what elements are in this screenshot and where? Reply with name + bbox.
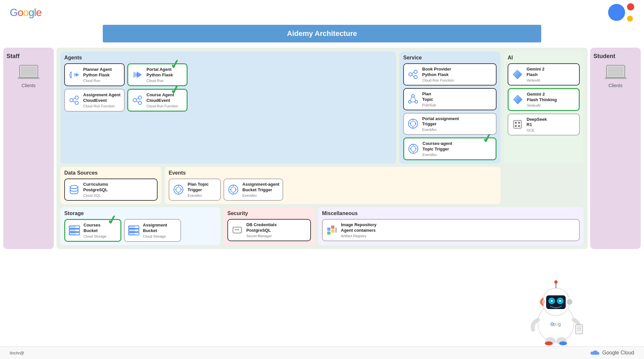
svg-point-94 — [567, 299, 572, 304]
db-credentials-icon: *** — [231, 224, 243, 236]
staff-label: Staff — [7, 53, 20, 60]
portal-trigger-icon — [407, 118, 419, 130]
robot-illustration: G o o g — [523, 274, 589, 346]
svg-point-12 — [133, 99, 136, 102]
svg-point-24 — [415, 101, 418, 103]
dot-blue — [608, 4, 625, 21]
svg-rect-74 — [327, 227, 330, 231]
plan-topic-trigger-subtitle: EventArc — [188, 194, 217, 197]
course-agent-card: ✓ Course AgentCloudEvent — [127, 89, 188, 112]
planner-agent-card: ⦉ Planner AgentPython Flask Cloud Run — [64, 63, 125, 86]
assignment-bucket-icon — [128, 225, 140, 236]
top-bar: Google — [0, 0, 644, 25]
gemini-thinking-card: Gemini 2Flash Thinking VertexAI — [508, 88, 580, 111]
storage-section: Storage ✓ — [60, 207, 220, 245]
plan-topic-card: PlanTopic Pub/Sub — [403, 88, 497, 110]
courses-bucket-icon — [69, 225, 80, 236]
courses-bucket-subtitle: Cloud Storage — [84, 234, 117, 238]
staff-clients-label: Clients — [22, 83, 36, 88]
svg-marker-40 — [513, 70, 522, 79]
row-2: Data Sources CurriculumsPostgreSQL — [60, 167, 584, 204]
security-cards: *** DB CredentialsPostgreSQL Secret Mana… — [227, 219, 311, 241]
bottom-bar: linchr@ Google Cloud — [0, 346, 644, 359]
svg-rect-77 — [327, 231, 330, 235]
student-laptop-icon — [604, 64, 627, 83]
events-title: Events — [169, 170, 497, 176]
gemini-flash-title: Gemini 2Flash — [527, 67, 576, 78]
svg-rect-44 — [518, 122, 520, 124]
assignment-bucket-card: AssignmentBucket Cloud Storage — [124, 219, 181, 242]
svg-marker-6 — [137, 71, 142, 78]
security-title: Security — [227, 211, 311, 216]
agents-section: Agents ⦉ Planner AgentPython Flask — [60, 52, 396, 164]
image-repo-subtitle: Artifact Registry — [341, 234, 576, 238]
svg-rect-71 — [129, 232, 135, 235]
student-panel: Student Clients — [590, 48, 641, 249]
gemini-flash-subtitle: VertexAI — [527, 78, 576, 82]
svg-point-87 — [551, 300, 553, 302]
svg-text:o: o — [556, 321, 558, 327]
courses-trigger-subtitle: EventArc — [422, 153, 492, 157]
cloud-icon — [590, 349, 600, 356]
ai-cards: Gemini 2Flash VertexAI — [508, 63, 580, 135]
svg-rect-42 — [514, 120, 521, 128]
svg-point-7 — [70, 99, 73, 102]
title-bar: Aidemy Architecture — [103, 25, 541, 42]
courses-bucket-card: ✓ CoursesBucket — [64, 219, 121, 242]
service-cards: Book ProviderPython Flask Cloud Run Func… — [403, 63, 497, 160]
svg-point-9 — [75, 101, 78, 104]
svg-rect-69 — [129, 229, 135, 232]
deepseek-card: DeepSeekR1 GCE — [508, 114, 580, 136]
svg-rect-78 — [335, 227, 337, 233]
svg-line-16 — [136, 101, 138, 102]
misc-title: Miscellaneous — [322, 211, 580, 216]
db-credentials-card: *** DB CredentialsPostgreSQL Secret Mana… — [227, 219, 311, 241]
curriculums-title: CurriculumsPostgreSQL — [83, 182, 154, 193]
svg-point-101 — [545, 341, 553, 345]
row-1: Agents ⦉ Planner AgentPython Flask — [60, 52, 584, 164]
storage-cards: ✓ CoursesBucket — [64, 219, 216, 242]
svg-rect-65 — [69, 232, 76, 235]
assignment-trigger-icon — [227, 184, 239, 195]
gemini-thinking-icon — [512, 94, 524, 105]
datasources-title: Data Sources — [64, 170, 158, 176]
svg-rect-75 — [331, 226, 334, 229]
svg-point-47 — [70, 185, 78, 189]
svg-point-14 — [138, 101, 142, 104]
image-repo-icon — [326, 224, 338, 236]
svg-line-26 — [414, 97, 416, 101]
svg-point-23 — [408, 101, 411, 103]
svg-rect-2 — [18, 77, 39, 79]
gemini-flash-icon — [512, 69, 523, 80]
staff-panel: Staff Clients — [3, 48, 54, 249]
image-repo-card: Image RepositoryAgent containers Artifac… — [322, 219, 580, 241]
svg-point-19 — [414, 75, 417, 79]
planner-agent-title: Planner AgentPython Flask — [83, 67, 121, 78]
svg-point-90 — [559, 300, 561, 302]
planner-agent-subtitle: Cloud Run — [83, 79, 121, 83]
svg-point-18 — [414, 70, 417, 73]
assignment-trigger-title: Assignment-agentBucket Trigger — [242, 182, 279, 193]
deepseek-subtitle: GCE — [527, 128, 576, 132]
svg-rect-67 — [129, 226, 135, 228]
svg-rect-103 — [575, 325, 583, 334]
curriculums-card: CurriculumsPostgreSQL Cloud SQL — [64, 179, 158, 201]
svg-point-22 — [412, 95, 414, 97]
plan-topic-trigger-title: Plan TopicTrigger — [188, 182, 217, 193]
assignment-bucket-title: AssignmentBucket — [143, 223, 177, 234]
deepseek-icon — [512, 118, 523, 130]
curriculums-subtitle: Cloud SQL — [83, 194, 154, 197]
svg-point-55 — [231, 187, 236, 192]
svg-point-35 — [411, 146, 416, 151]
svg-line-15 — [136, 98, 138, 99]
plan-topic-icon — [407, 93, 419, 105]
main-content: Staff Clients Agents ⦉ — [0, 44, 644, 252]
misc-cards: Image RepositoryAgent containers Artifac… — [322, 219, 580, 241]
agents-cards-row-2: Assignment AgentCloudEvent Cloud Run Fun… — [64, 89, 392, 112]
svg-line-11 — [73, 101, 75, 102]
google-cloud-logo: Google Cloud — [590, 349, 634, 356]
dot-red — [627, 3, 634, 10]
robot-svg: G o o g — [525, 277, 587, 346]
svg-line-10 — [73, 98, 75, 99]
svg-rect-80 — [607, 66, 623, 76]
